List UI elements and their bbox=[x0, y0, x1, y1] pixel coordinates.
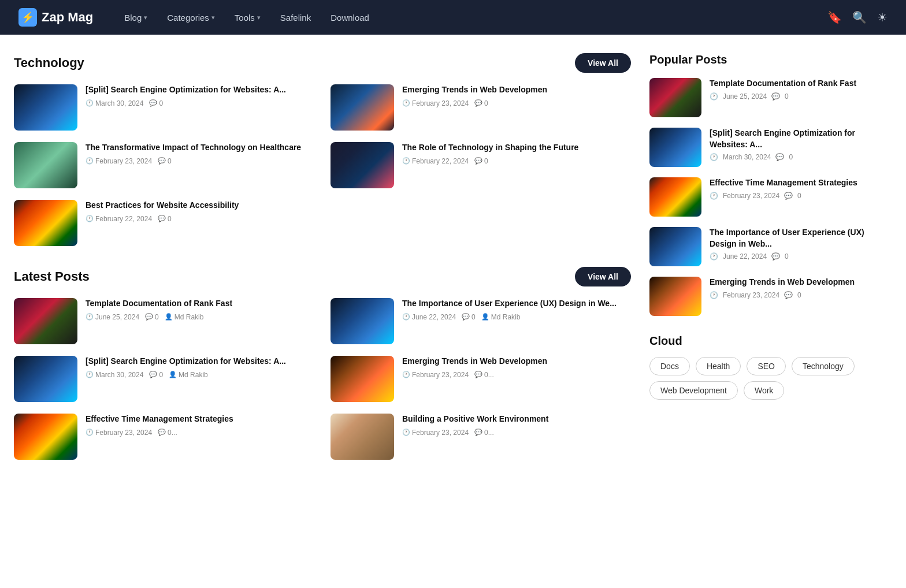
technology-view-all-button[interactable]: View All bbox=[575, 53, 631, 73]
post-author: 👤Md Rakib bbox=[169, 371, 208, 379]
post-meta: 🕐March 30, 2024💬0👤Md Rakib bbox=[86, 371, 314, 379]
nav-item-categories[interactable]: Categories▾ bbox=[159, 8, 223, 27]
clock-icon: 🕐 bbox=[710, 192, 718, 200]
comment-icon: 💬 bbox=[784, 291, 793, 299]
post-date: 🕐March 30, 2024 bbox=[86, 99, 143, 107]
post-thumbnail bbox=[14, 356, 77, 402]
post-thumbnail bbox=[331, 414, 394, 460]
latest-title: Latest Posts bbox=[14, 269, 90, 284]
comment-icon: 💬 bbox=[145, 313, 153, 321]
post-title: Building a Positive Work Environment bbox=[402, 414, 631, 425]
post-card-latest4[interactable]: Emerging Trends in Web Developmen🕐Februa… bbox=[331, 356, 631, 402]
latest-view-all-button[interactable]: View All bbox=[575, 267, 631, 286]
nav-item-download[interactable]: Download bbox=[322, 8, 377, 27]
user-icon: 👤 bbox=[481, 313, 489, 321]
cloud-tag-technology[interactable]: Technology bbox=[792, 357, 855, 375]
popular-post-title: [Split] Search Engine Optimization for W… bbox=[710, 128, 892, 150]
post-card-latest1[interactable]: Template Documentation of Rank Fast🕐June… bbox=[14, 298, 314, 344]
latest-section-header: Latest Posts View All bbox=[14, 267, 631, 286]
popular-post-info: Effective Time Management Strategies🕐Feb… bbox=[710, 177, 892, 200]
post-info: The Transformative Impact of Technology … bbox=[86, 142, 314, 165]
latest-posts-section: Latest Posts View All Template Documenta… bbox=[14, 267, 631, 460]
post-comments: 💬0 bbox=[149, 371, 163, 379]
comment-icon: 💬 bbox=[474, 371, 482, 378]
post-card-tech5[interactable]: Best Practices for Website Accessibility… bbox=[14, 200, 631, 246]
post-info: Building a Positive Work Environment🕐Feb… bbox=[402, 414, 631, 437]
popular-thumbnail bbox=[649, 277, 701, 316]
cloud-tag-work[interactable]: Work bbox=[744, 381, 784, 400]
post-info: Effective Time Management Strategies🕐Feb… bbox=[86, 414, 314, 437]
post-date: 🕐February 22, 2024 bbox=[402, 157, 469, 165]
sidebar: Popular Posts Template Documentation of … bbox=[649, 53, 892, 464]
comment-icon: 💬 bbox=[149, 371, 157, 378]
post-thumbnail bbox=[331, 84, 394, 131]
clock-icon: 🕐 bbox=[710, 291, 718, 299]
post-title: The Role of Technology in Shaping the Fu… bbox=[402, 142, 631, 154]
bookmark-icon[interactable]: 🔖 bbox=[827, 10, 842, 24]
post-card-latest5[interactable]: Effective Time Management Strategies🕐Feb… bbox=[14, 414, 314, 460]
post-card-tech4[interactable]: The Role of Technology in Shaping the Fu… bbox=[331, 142, 631, 188]
clock-icon: 🕐 bbox=[710, 153, 718, 161]
post-info: [Split] Search Engine Optimization for W… bbox=[86, 84, 314, 107]
popular-post-meta: 🕐February 23, 2024 💬0 bbox=[710, 192, 892, 200]
search-icon[interactable]: 🔍 bbox=[852, 10, 867, 24]
post-comments: 💬0 bbox=[149, 99, 163, 107]
post-author: 👤Md Rakib bbox=[481, 313, 521, 321]
popular-post-pop1[interactable]: Template Documentation of Rank Fast🕐June… bbox=[649, 78, 892, 117]
post-author: 👤Md Rakib bbox=[165, 313, 204, 321]
site-header: ⚡ Zap Mag Blog▾Categories▾Tools▾Safelink… bbox=[0, 0, 906, 35]
post-comments: 💬0... bbox=[474, 429, 494, 437]
post-card-latest2[interactable]: The Importance of User Experience (UX) D… bbox=[331, 298, 631, 344]
logo-icon: ⚡ bbox=[18, 8, 37, 27]
post-meta: 🕐February 22, 2024💬0 bbox=[402, 157, 631, 165]
popular-thumbnail bbox=[649, 128, 701, 167]
post-date: 🕐February 23, 2024 bbox=[402, 429, 469, 437]
technology-section: Technology View All [Split] Search Engin… bbox=[14, 53, 631, 246]
comment-icon: 💬 bbox=[784, 192, 793, 200]
comment-icon: 💬 bbox=[771, 252, 780, 260]
popular-post-pop5[interactable]: Emerging Trends in Web Developmen🕐Februa… bbox=[649, 277, 892, 316]
popular-post-pop4[interactable]: The Importance of User Experience (UX) D… bbox=[649, 227, 892, 266]
post-meta: 🕐February 23, 2024💬0 bbox=[402, 99, 631, 107]
clock-icon: 🕐 bbox=[86, 157, 94, 165]
post-card-latest3[interactable]: [Split] Search Engine Optimization for W… bbox=[14, 356, 314, 402]
theme-icon[interactable]: ☀ bbox=[877, 10, 888, 24]
main-nav: Blog▾Categories▾Tools▾SafelinkDownload bbox=[116, 8, 827, 27]
post-meta: 🕐June 22, 2024💬0👤Md Rakib bbox=[402, 313, 631, 321]
clock-icon: 🕐 bbox=[86, 371, 94, 378]
logo[interactable]: ⚡ Zap Mag bbox=[18, 8, 93, 27]
post-date: 🕐February 23, 2024 bbox=[86, 429, 152, 437]
popular-post-title: The Importance of User Experience (UX) D… bbox=[710, 227, 892, 250]
post-title: Emerging Trends in Web Developmen bbox=[402, 356, 631, 367]
nav-item-safelink[interactable]: Safelink bbox=[272, 8, 319, 27]
logo-text: Zap Mag bbox=[42, 10, 93, 25]
nav-item-blog[interactable]: Blog▾ bbox=[116, 8, 155, 27]
post-title: Effective Time Management Strategies bbox=[86, 414, 314, 425]
popular-post-meta: 🕐June 25, 2024 💬0 bbox=[710, 92, 892, 101]
popular-post-title: Effective Time Management Strategies bbox=[710, 177, 892, 189]
popular-thumbnail bbox=[649, 78, 701, 117]
clock-icon: 🕐 bbox=[402, 429, 410, 436]
cloud-tag-docs[interactable]: Docs bbox=[649, 357, 690, 375]
cloud-tag-health[interactable]: Health bbox=[696, 357, 741, 375]
post-card-tech1[interactable]: [Split] Search Engine Optimization for W… bbox=[14, 84, 314, 131]
popular-post-pop3[interactable]: Effective Time Management Strategies🕐Feb… bbox=[649, 177, 892, 217]
post-info: Best Practices for Website Accessibility… bbox=[86, 200, 631, 223]
header-actions: 🔖 🔍 ☀ bbox=[827, 10, 888, 24]
popular-post-title: Template Documentation of Rank Fast bbox=[710, 78, 892, 90]
clock-icon: 🕐 bbox=[86, 429, 94, 436]
post-title: Template Documentation of Rank Fast bbox=[86, 298, 314, 310]
comment-icon: 💬 bbox=[474, 429, 482, 436]
post-card-latest6[interactable]: Building a Positive Work Environment🕐Feb… bbox=[331, 414, 631, 460]
nav-item-tools[interactable]: Tools▾ bbox=[226, 8, 269, 27]
cloud-tag-web-development[interactable]: Web Development bbox=[649, 381, 738, 400]
popular-posts-list: Template Documentation of Rank Fast🕐June… bbox=[649, 78, 892, 316]
cloud-tag-seo[interactable]: SEO bbox=[747, 357, 786, 375]
post-card-tech3[interactable]: The Transformative Impact of Technology … bbox=[14, 142, 314, 188]
post-comments: 💬0... bbox=[474, 371, 494, 379]
popular-post-title: Emerging Trends in Web Developmen bbox=[710, 277, 892, 288]
post-card-tech2[interactable]: Emerging Trends in Web Developmen🕐Februa… bbox=[331, 84, 631, 131]
popular-post-pop2[interactable]: [Split] Search Engine Optimization for W… bbox=[649, 128, 892, 167]
popular-post-info: [Split] Search Engine Optimization for W… bbox=[710, 128, 892, 161]
clock-icon: 🕐 bbox=[86, 215, 94, 222]
